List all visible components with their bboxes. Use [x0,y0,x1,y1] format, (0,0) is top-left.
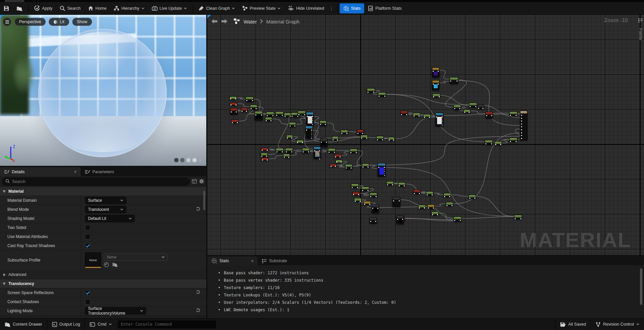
node-output-pin[interactable] [312,116,313,117]
tab-stats[interactable]: 1Stats× [207,256,258,265]
node-output-pin[interactable] [319,156,320,157]
node-input-pin[interactable] [321,142,322,143]
node-input-pin[interactable] [521,126,522,127]
node-input-pin[interactable] [485,143,486,144]
node-output-pin[interactable] [312,124,313,125]
node-input-pin[interactable] [262,150,263,151]
node-output-pin[interactable] [449,196,450,197]
asset-thumbnail[interactable]: None [85,252,101,268]
graph-node[interactable] [469,195,476,199]
node-output-pin[interactable] [270,120,271,121]
node-output-pin[interactable] [392,184,393,185]
graph-node[interactable] [378,92,386,97]
graph-node[interactable] [446,202,453,206]
graph-node[interactable] [427,204,435,208]
graph-node[interactable] [431,211,439,215]
graph-node[interactable] [345,164,352,169]
node-input-pin[interactable] [341,133,342,134]
preview-mesh-button-5[interactable] [198,158,203,162]
graph-node[interactable] [477,104,484,109]
browse-asset-icon[interactable] [112,262,118,267]
node-input-pin[interactable] [255,114,256,115]
preview-viewport[interactable]: PerspectiveLitShow Z x [0,15,206,166]
node-output-pin[interactable] [356,152,357,153]
node-output-pin[interactable] [439,96,440,97]
node-input-pin[interactable] [287,138,288,139]
node-output-pin[interactable] [382,139,383,140]
graph-node[interactable] [286,135,293,139]
section-header-translucency[interactable]: Translucency [0,279,206,288]
graph-node[interactable] [520,111,527,140]
graph-node[interactable] [296,140,304,143]
graph-node[interactable] [454,105,461,110]
node-output-pin[interactable] [346,133,347,134]
node-input-pin[interactable] [346,168,347,169]
material-graph-canvas[interactable]: Water Material Graph Zoom -10 Palette MA… [207,15,644,255]
toolbar-hierarchy-button[interactable]: Hierarchy [110,3,148,13]
graph-node[interactable] [363,201,371,205]
toolbar-home-button[interactable]: Home [84,3,110,13]
node-input-pin[interactable] [355,201,356,202]
node-output-pin[interactable] [235,98,236,99]
node-output-pin[interactable] [319,154,320,155]
node-output-pin[interactable] [442,123,443,124]
node-input-pin[interactable] [335,156,336,157]
node-input-pin[interactable] [521,118,522,119]
node-output-pin[interactable] [442,119,443,120]
graph-node[interactable] [246,97,254,102]
node-output-pin[interactable] [437,214,438,215]
palette-tab[interactable]: Palette [638,18,643,40]
node-output-pin[interactable] [340,156,341,157]
checkbox-cast-ray-traced-shadows[interactable] [85,243,90,248]
node-input-pin[interactable] [307,116,308,117]
graph-node[interactable] [454,217,462,222]
toolbar-browse-icon-button[interactable] [13,3,26,13]
node-output-pin[interactable] [460,220,461,221]
graph-node[interactable] [485,140,493,144]
node-input-pin[interactable] [521,132,522,133]
node-output-pin[interactable] [366,138,367,139]
checkbox-use-material-attributes[interactable] [85,234,90,239]
graph-node[interactable] [284,113,291,117]
graph-node[interactable] [332,136,339,140]
node-input-pin[interactable] [276,151,277,152]
node-input-pin[interactable] [469,198,470,199]
node-input-pin[interactable] [399,185,400,186]
checkbox-screen-space-reflections[interactable] [85,290,90,295]
node-input-pin[interactable] [428,207,429,208]
node-output-pin[interactable] [282,151,283,152]
graph-node[interactable] [283,154,290,158]
node-output-pin[interactable] [267,159,268,160]
node-input-pin[interactable] [306,130,307,131]
graph-node[interactable] [367,88,375,93]
toolbar-live-update-button[interactable]: @Live Update [148,3,191,13]
node-output-pin[interactable] [319,158,320,159]
graph-node[interactable] [398,182,405,186]
graph-node[interactable] [432,67,439,78]
gear-icon[interactable] [199,179,204,185]
checkbox-two-sided[interactable] [85,225,90,230]
graph-node[interactable] [336,160,342,162]
viewport-pill-lit[interactable]: Lit [49,18,69,26]
node-output-pin[interactable] [256,108,257,109]
node-input-pin[interactable] [314,150,315,151]
node-input-pin[interactable] [362,167,363,168]
graph-node[interactable] [449,77,458,84]
node-input-pin[interactable] [230,98,231,99]
graph-node[interactable] [298,111,306,115]
graph-node[interactable] [328,148,336,153]
graph-node[interactable] [396,216,404,224]
graph-node[interactable] [376,136,384,140]
node-input-pin[interactable] [521,138,522,139]
node-input-pin[interactable] [364,204,365,205]
graph-node[interactable] [354,198,361,202]
graph-node[interactable] [230,108,238,115]
graph-node[interactable] [350,149,357,153]
node-input-pin[interactable] [377,139,378,140]
node-output-pin[interactable] [438,84,439,85]
node-input-pin[interactable] [510,115,511,116]
node-output-pin[interactable] [429,117,430,118]
node-output-pin[interactable] [424,207,425,208]
node-output-pin[interactable] [384,173,385,174]
node-output-pin[interactable] [341,161,342,162]
